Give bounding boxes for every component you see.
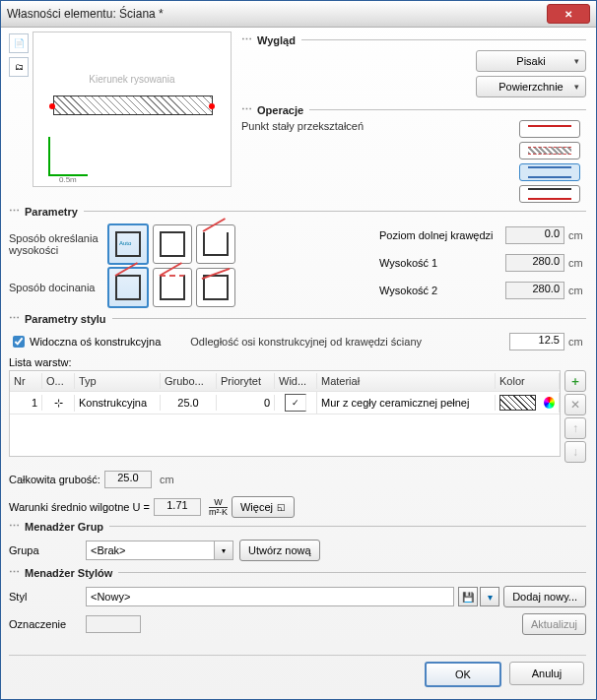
- move-up-button[interactable]: ↑: [564, 417, 586, 439]
- height-method-label: Sposób określania wysokości: [9, 232, 107, 256]
- transform-point-top[interactable]: [519, 120, 580, 138]
- transform-point-axis[interactable]: [519, 142, 580, 159]
- axis-visible-checkbox[interactable]: Widoczna oś konstrukcyjna: [9, 333, 161, 350]
- col-material[interactable]: Materiał: [317, 373, 496, 389]
- layers-list-label: Lista warstw:: [9, 356, 586, 368]
- col-visible[interactable]: Wid...: [275, 373, 317, 389]
- mark-label: Oznaczenie: [9, 618, 86, 630]
- col-thick[interactable]: Grubo...: [161, 373, 217, 389]
- bottom-level-field[interactable]: 0.0: [505, 226, 564, 244]
- height2-label: Wysokość 2: [379, 285, 437, 296]
- delete-layer-button[interactable]: ✕: [564, 394, 586, 415]
- style-select[interactable]: <Nowy>: [86, 587, 454, 606]
- cancel-button[interactable]: Anuluj: [509, 662, 584, 685]
- group-select[interactable]: <Brak>▾: [86, 541, 233, 560]
- height-mode-fixed[interactable]: [153, 224, 192, 264]
- col-color[interactable]: Kolor: [496, 373, 560, 389]
- wall-preview-shape: [53, 95, 213, 115]
- titlebar: Własności elementu: Ściana * ✕: [1, 1, 596, 28]
- section-parameters: ⋯Parametry: [9, 205, 586, 218]
- handle-right-icon: [209, 103, 215, 109]
- hatch-swatch-icon[interactable]: [499, 395, 536, 411]
- surfaces-button[interactable]: Powierzchnie: [476, 76, 586, 97]
- cut-mode-3[interactable]: [196, 268, 235, 307]
- grip-icon[interactable]: ⊹: [42, 395, 75, 412]
- table-row[interactable]: 1 ⊹ Konstrukcyjna 25.0 0 ✓ Mur z cegły c…: [10, 392, 560, 414]
- style-label: Styl: [9, 591, 86, 603]
- add-layer-button[interactable]: ＋: [564, 370, 586, 392]
- style-dropdown-icon[interactable]: ▾: [480, 587, 499, 606]
- group-label: Grupa: [9, 544, 86, 556]
- cut-mode-1[interactable]: [107, 267, 149, 308]
- chevron-down-icon[interactable]: ▾: [214, 541, 232, 559]
- height2-field[interactable]: 280.0: [505, 282, 564, 299]
- col-o[interactable]: O...: [42, 373, 75, 389]
- ok-button[interactable]: OK: [425, 662, 501, 687]
- total-thickness-label: Całkowita grubość:: [9, 474, 100, 485]
- transform-point-center[interactable]: [519, 163, 580, 181]
- section-styles: ⋯Menadżer Stylów: [9, 566, 586, 579]
- section-operations: ⋯Operacje: [241, 103, 586, 116]
- height1-field[interactable]: 280.0: [505, 254, 564, 272]
- u-value: 1.71: [154, 498, 201, 516]
- dialog-window: Własności elementu: Ściana * ✕ 📄 🗂 Kieru…: [0, 0, 597, 700]
- u-unit: Wm²·K: [209, 498, 228, 517]
- section-groups: ⋯Menadżer Grup: [9, 520, 586, 533]
- cut-mode-2[interactable]: [153, 268, 192, 307]
- scale-label: 0.5m: [59, 175, 77, 184]
- tab-3d-icon[interactable]: 🗂: [9, 57, 29, 77]
- height-mode-auto[interactable]: [107, 223, 149, 265]
- bottom-level-label: Poziom dolnej krawędzi: [379, 229, 494, 241]
- axis-y-icon: [48, 137, 50, 176]
- section-style-params: ⋯Parametry stylu: [9, 312, 586, 325]
- section-appearance: ⋯Wygląd: [241, 33, 586, 46]
- layers-table: Nr O... Typ Grubo... Priorytet Wid... Ma…: [9, 370, 561, 457]
- offset-field[interactable]: 12.5: [509, 333, 564, 350]
- col-priority[interactable]: Priorytet: [217, 373, 275, 389]
- handle-left-icon: [49, 103, 55, 109]
- operations-label: Punkt stały przekształceń: [241, 120, 364, 199]
- height-mode-slant[interactable]: [196, 224, 235, 264]
- window-title: Własności elementu: Ściana *: [7, 7, 547, 21]
- preview-panel: Kierunek rysowania 0.5m: [33, 32, 232, 187]
- row-visible-checkbox[interactable]: ✓: [285, 394, 306, 412]
- transform-point-bottom[interactable]: [519, 185, 580, 203]
- more-button[interactable]: Więcej◱: [232, 496, 295, 518]
- update-style-button[interactable]: Aktualizuj: [522, 613, 586, 635]
- color-picker-icon[interactable]: [544, 397, 555, 409]
- move-down-button[interactable]: ↓: [564, 441, 586, 463]
- pens-button[interactable]: Pisaki: [476, 50, 586, 72]
- cut-method-label: Sposób docinania: [9, 282, 107, 293]
- direction-label: Kierunek rysowania: [33, 74, 231, 85]
- create-group-button[interactable]: Utwórz nową: [239, 540, 320, 561]
- tab-plan-icon[interactable]: 📄: [9, 33, 29, 53]
- add-style-button[interactable]: Dodaj nowy...: [503, 586, 586, 607]
- style-save-icon[interactable]: 💾: [458, 587, 478, 606]
- total-thickness-value: 25.0: [104, 471, 152, 488]
- height1-label: Wysokość 1: [379, 257, 437, 269]
- col-nr[interactable]: Nr: [10, 373, 42, 389]
- close-button[interactable]: ✕: [547, 4, 590, 24]
- mark-field[interactable]: [86, 615, 141, 633]
- humidity-label: Warunki średnio wilgotne U =: [9, 501, 150, 513]
- col-type[interactable]: Typ: [75, 373, 161, 389]
- offset-label: Odległość osi konstrukcyjnej od krawędzi…: [190, 336, 509, 348]
